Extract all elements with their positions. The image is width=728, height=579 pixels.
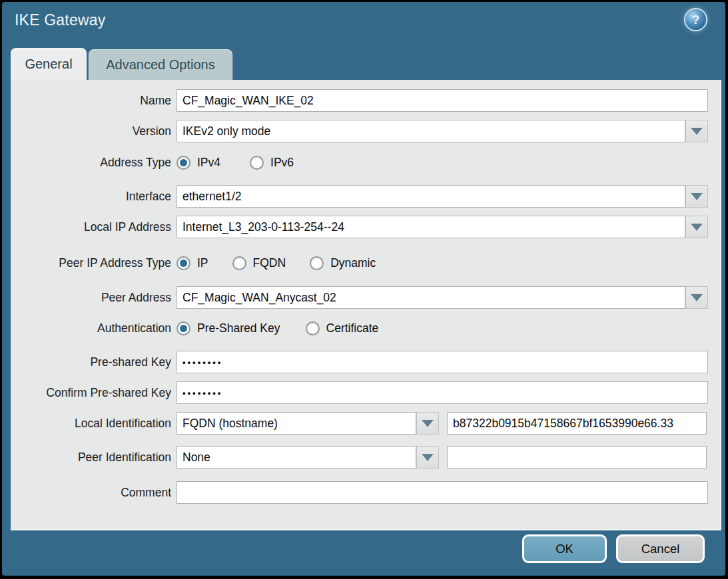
peer-ip-type-row: IP FQDN Dynamic <box>177 253 376 273</box>
radio-fqdn-label: FQDN <box>253 256 286 270</box>
tab-advanced-options[interactable]: Advanced Options <box>89 49 232 80</box>
name-label: Name <box>13 89 171 112</box>
local-identification-dropdown-button[interactable] <box>416 412 439 435</box>
chevron-down-icon <box>422 420 434 427</box>
version-dropdown-button[interactable] <box>685 120 708 142</box>
ok-button-label: OK <box>555 542 573 556</box>
radio-circle-ipv4 <box>177 156 190 170</box>
name-row: Name <box>2 89 728 112</box>
radio-pre-shared-key[interactable]: Pre-Shared Key <box>177 321 280 335</box>
local-ip-label: Local IP Address <box>13 216 171 238</box>
interface-label: Interface <box>13 185 171 208</box>
peer-identification-type-select[interactable]: None <box>177 446 416 469</box>
chevron-down-icon <box>691 193 703 200</box>
name-input[interactable] <box>177 89 708 112</box>
radio-psk-label: Pre-Shared Key <box>197 321 280 335</box>
confirm-pre-shared-key-row: Confirm Pre-shared Key <box>2 381 728 404</box>
radio-dynamic[interactable]: Dynamic <box>310 256 376 270</box>
tab-general-label: General <box>25 57 72 72</box>
cancel-button-label: Cancel <box>641 542 680 556</box>
radio-circle-ipv6 <box>250 156 264 170</box>
radio-ip-label: IP <box>197 256 208 270</box>
confirm-pre-shared-key-input[interactable] <box>177 381 708 404</box>
peer-address-row: Peer Address CF_Magic_WAN_Anycast_02 <box>2 286 728 309</box>
radio-circle-psk <box>177 321 190 335</box>
address-type-row: IPv4 IPv6 <box>177 152 294 172</box>
chevron-down-icon <box>691 128 703 135</box>
version-select[interactable]: IKEv2 only mode <box>177 120 685 142</box>
local-identification-type-select[interactable]: FQDN (hostname) <box>177 412 416 435</box>
local-identification-label: Local Identification <box>13 412 171 435</box>
version-label: Version <box>13 120 171 142</box>
authentication-label: Authentication <box>13 317 171 339</box>
pre-shared-key-input[interactable] <box>177 351 708 373</box>
chevron-down-icon <box>691 224 703 231</box>
ike-gateway-dialog: IKE Gateway ? General Advanced Options N… <box>0 0 728 579</box>
radio-certificate-label: Certificate <box>326 321 379 335</box>
local-identification-row: Local Identification FQDN (hostname) <box>2 412 728 435</box>
pre-shared-key-label: Pre-shared Key <box>13 351 171 373</box>
peer-address-select[interactable]: CF_Magic_WAN_Anycast_02 <box>177 286 685 309</box>
peer-address-dropdown-button[interactable] <box>685 286 708 309</box>
radio-ipv6-label: IPv6 <box>270 156 294 170</box>
peer-address-label: Peer Address <box>13 286 171 309</box>
cancel-button[interactable]: Cancel <box>616 534 705 563</box>
peer-identification-label: Peer Identification <box>13 446 171 469</box>
local-ip-select[interactable]: Internet_L3_203-0-113-254--24 <box>177 216 685 238</box>
radio-fqdn[interactable]: FQDN <box>232 256 286 270</box>
tab-general[interactable]: General <box>11 48 87 80</box>
radio-ipv4[interactable]: IPv4 <box>177 156 220 170</box>
comment-row: Comment <box>2 481 728 504</box>
question-mark-glyph: ? <box>692 13 700 27</box>
help-icon[interactable]: ? <box>685 9 706 30</box>
radio-circle-dynamic <box>310 256 324 270</box>
radio-circle-ip <box>177 256 190 270</box>
radio-ipv6[interactable]: IPv6 <box>250 156 294 170</box>
radio-circle-certificate <box>306 321 320 335</box>
peer-identification-value-input[interactable] <box>447 446 707 469</box>
chevron-down-icon <box>422 454 434 461</box>
version-row: Version IKEv2 only mode <box>2 120 728 142</box>
local-identification-value-input[interactable] <box>447 412 707 435</box>
dialog-window: IKE Gateway ? General Advanced Options N… <box>2 2 725 576</box>
address-type-label: Address Type <box>13 151 171 174</box>
comment-label: Comment <box>13 481 171 504</box>
interface-dropdown-button[interactable] <box>685 185 708 208</box>
authentication-row: Pre-Shared Key Certificate <box>177 318 378 338</box>
peer-ip-type-label: Peer IP Address Type <box>13 252 171 274</box>
interface-select[interactable]: ethernet1/2 <box>177 185 685 208</box>
tab-advanced-options-label: Advanced Options <box>106 57 214 73</box>
confirm-pre-shared-key-label: Confirm Pre-shared Key <box>13 381 171 404</box>
chevron-down-icon <box>691 294 703 301</box>
comment-input[interactable] <box>177 481 708 504</box>
radio-dynamic-label: Dynamic <box>330 256 376 270</box>
radio-ipv4-label: IPv4 <box>197 156 220 170</box>
peer-identification-row: Peer Identification None <box>2 446 728 469</box>
pre-shared-key-row: Pre-shared Key <box>2 351 728 373</box>
radio-certificate[interactable]: Certificate <box>306 321 379 335</box>
radio-circle-fqdn <box>232 256 246 270</box>
local-ip-dropdown-button[interactable] <box>685 216 708 238</box>
local-ip-row: Local IP Address Internet_L3_203-0-113-2… <box>2 216 728 238</box>
peer-identification-dropdown-button[interactable] <box>416 446 439 469</box>
ok-button[interactable]: OK <box>522 534 607 563</box>
radio-ip[interactable]: IP <box>177 256 208 270</box>
interface-row: Interface ethernet1/2 <box>2 185 728 208</box>
dialog-title: IKE Gateway <box>15 11 105 29</box>
